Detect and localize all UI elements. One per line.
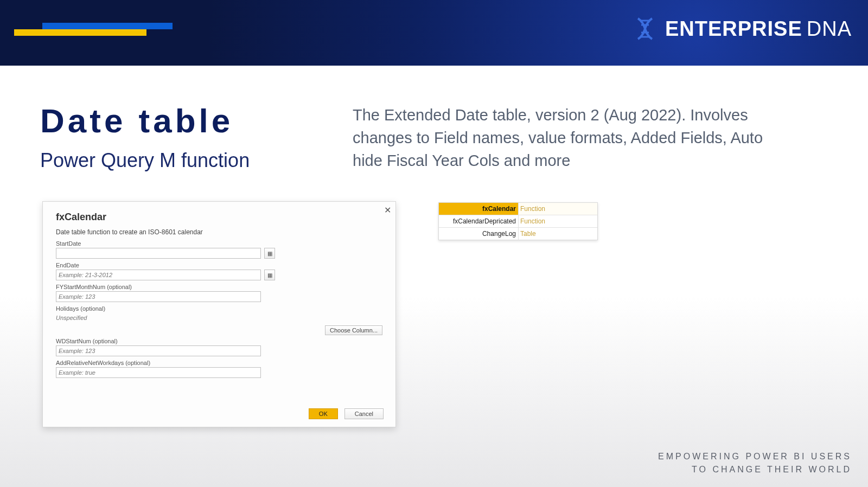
- brand-name-2: DNA: [807, 17, 852, 40]
- query-row[interactable]: fxCalendar Function: [439, 203, 597, 215]
- dialog-description: Date table function to create an ISO-860…: [56, 228, 382, 236]
- query-type: Function: [519, 215, 597, 227]
- addrel-label: AddRelativeNetWorkdays (optional): [56, 360, 382, 366]
- slide-content: Date table Power Query M function The Ex…: [0, 66, 868, 487]
- enddate-label: EndDate: [56, 262, 382, 268]
- query-name: ChangeLog: [439, 228, 519, 240]
- decor-bar-blue: [42, 23, 173, 29]
- query-row[interactable]: fxCalendarDepricated Function: [439, 215, 597, 228]
- tagline-line-2: TO CHANGE THEIR WORLD: [658, 463, 852, 476]
- query-name: fxCalendar: [439, 203, 519, 215]
- query-name: fxCalendarDepricated: [439, 215, 519, 227]
- wdstart-label: WDStartNum (optional): [56, 338, 382, 344]
- query-type: Table: [519, 228, 597, 240]
- brand-logo: ENTERPRISEDNA: [633, 16, 852, 41]
- page-subtitle: Power Query M function: [40, 149, 250, 172]
- page-title: Date table: [40, 101, 233, 140]
- enddate-input[interactable]: [56, 270, 261, 280]
- query-row[interactable]: ChangeLog Table: [439, 228, 597, 240]
- holidays-input[interactable]: [56, 313, 133, 323]
- page-description: The Extended Date table, version 2 (Aug …: [353, 104, 765, 172]
- startdate-input[interactable]: [56, 248, 261, 259]
- choose-column-button[interactable]: Choose Column...: [325, 325, 382, 335]
- fxcalendar-dialog: ✕ fxCalendar Date table function to crea…: [42, 201, 396, 427]
- holidays-label: Holidays (optional): [56, 305, 382, 312]
- tagline-line-1: EMPOWERING POWER BI USERS: [658, 450, 852, 463]
- fystart-input[interactable]: [56, 291, 261, 302]
- cancel-button[interactable]: Cancel: [344, 408, 384, 419]
- calendar-icon[interactable]: ▦: [264, 270, 275, 280]
- dna-icon: [633, 16, 658, 41]
- ok-button[interactable]: OK: [309, 408, 338, 419]
- footer-tagline: EMPOWERING POWER BI USERS TO CHANGE THEI…: [658, 450, 852, 476]
- decor-bar-yellow: [14, 29, 146, 36]
- startdate-label: StartDate: [56, 240, 382, 247]
- wdstart-input[interactable]: [56, 345, 261, 356]
- addrel-input[interactable]: [56, 367, 261, 378]
- queries-table: fxCalendar Function fxCalendarDepricated…: [438, 202, 598, 240]
- fystart-label: FYStartMonthNum (optional): [56, 284, 382, 290]
- brand-text: ENTERPRISEDNA: [665, 17, 852, 41]
- brand-name-1: ENTERPRISE: [665, 17, 802, 40]
- dialog-title: fxCalendar: [56, 212, 382, 223]
- calendar-icon[interactable]: ▦: [264, 248, 275, 259]
- close-icon[interactable]: ✕: [384, 205, 391, 215]
- query-type: Function: [519, 203, 597, 215]
- top-banner: ENTERPRISEDNA: [0, 0, 868, 66]
